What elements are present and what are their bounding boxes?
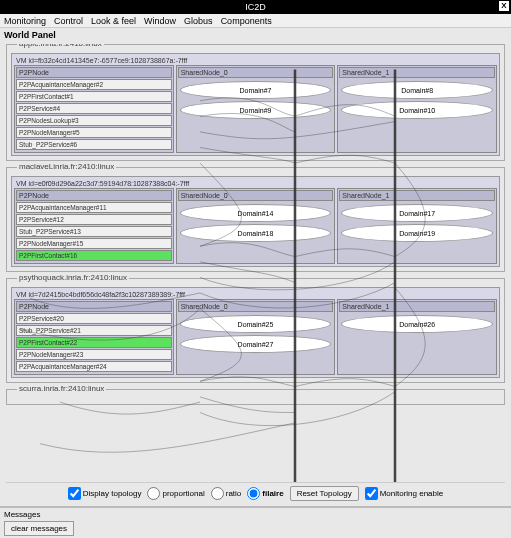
vm-id: VM id=fb32c4cd141345e7:-6577ce9:10287388… xyxy=(14,56,497,65)
domain-oval[interactable]: Domain#19 xyxy=(341,224,493,242)
menu-look-feel[interactable]: Look & feel xyxy=(91,16,136,26)
domain-oval[interactable]: Domain#27 xyxy=(180,335,332,353)
active-object[interactable]: P2PService#4 xyxy=(16,103,172,114)
active-object[interactable]: P2PService#20 xyxy=(16,313,172,324)
node-column[interactable]: SharedNode_0Domain#7Domain#9 xyxy=(176,65,336,153)
domain-oval[interactable]: Domain#17 xyxy=(341,204,493,222)
host-group[interactable]: scurra.inria.fr:2410:linux xyxy=(6,389,505,405)
vm-box: VM id=7d2415bc4bdf656dc48fa2f3c102873893… xyxy=(11,287,500,378)
vm-id: VM id=7d2415bc4bdf656dc48fa2f3c102873893… xyxy=(14,290,497,299)
node-column[interactable]: SharedNode_1Domain#8Domain#10 xyxy=(337,65,497,153)
host-title: scurra.inria.fr:2410:linux xyxy=(17,384,106,393)
vm-box: VM id=e0f09d296a22c3d7:59194d78:10287388… xyxy=(11,176,500,267)
node-column[interactable]: P2PNodeP2PService#20Stub_P2PService#21P2… xyxy=(14,299,174,375)
domain-oval[interactable]: Domain#26 xyxy=(341,315,493,333)
node-header: P2PNode xyxy=(16,67,172,78)
node-header: P2PNode xyxy=(16,301,172,312)
menubar: Monitoring Control Look & feel Window Gl… xyxy=(0,14,511,28)
active-object[interactable]: P2PNodeManager#5 xyxy=(16,127,172,138)
domain-oval[interactable]: Domain#7 xyxy=(180,81,332,99)
node-header: SharedNode_0 xyxy=(178,190,334,201)
node-header: P2PNode xyxy=(16,190,172,201)
domain-oval[interactable]: Domain#25 xyxy=(180,315,332,333)
active-object[interactable]: P2PAcquaintanceManager#11 xyxy=(16,202,172,213)
vm-box: VM id=fb32c4cd141345e7:-6577ce9:10287388… xyxy=(11,53,500,156)
menu-components[interactable]: Components xyxy=(221,16,272,26)
active-object[interactable]: P2PNodeManager#23 xyxy=(16,349,172,360)
nodes-row: P2PNodeP2PService#20Stub_P2PService#21P2… xyxy=(14,299,497,375)
display-topology-checkbox[interactable]: Display topology xyxy=(68,487,142,500)
host-title: maclaveLinria.fr:2410:linux xyxy=(17,162,116,171)
window-title: IC2D xyxy=(245,2,266,12)
active-object[interactable]: P2PFirstContact#16 xyxy=(16,250,172,261)
domain-oval[interactable]: Domain#10 xyxy=(341,101,493,119)
node-column[interactable]: P2PNodeP2PAcquaintanceManager#11P2PServi… xyxy=(14,188,174,264)
node-header: SharedNode_1 xyxy=(339,67,495,78)
node-column[interactable]: SharedNode_0Domain#25Domain#27 xyxy=(176,299,336,375)
active-object[interactable]: P2PFirstContact#1 xyxy=(16,91,172,102)
clear-messages-button[interactable]: clear messages xyxy=(4,521,74,536)
close-icon[interactable]: X xyxy=(499,1,509,11)
titlebar: IC2D X xyxy=(0,0,511,14)
node-header: SharedNode_0 xyxy=(178,67,334,78)
world-panel-label: World Panel xyxy=(4,30,56,40)
domain-oval[interactable]: Domain#14 xyxy=(180,204,332,222)
host-group[interactable]: psythoquack.inria.fr:2410:linuxVM id=7d2… xyxy=(6,278,505,383)
vm-id: VM id=e0f09d296a22c3d7:59194d78:10287388… xyxy=(14,179,497,188)
monitoring-enable-checkbox[interactable]: Monitoring enable xyxy=(365,487,444,500)
menu-control[interactable]: Control xyxy=(54,16,83,26)
active-object[interactable]: P2PAcquaintanceManager#24 xyxy=(16,361,172,372)
host-title: apple.inria.fr:2410:linux xyxy=(17,44,104,48)
panel-content[interactable]: apple.inria.fr:2410:linuxVM id=fb32c4cd1… xyxy=(6,44,505,478)
active-object[interactable]: Stub_P2PService#13 xyxy=(16,226,172,237)
domain-oval[interactable]: Domain#18 xyxy=(180,224,332,242)
nodes-row: P2PNodeP2PAcquaintanceManager#2P2PFirstC… xyxy=(14,65,497,153)
active-object[interactable]: P2PService#12 xyxy=(16,214,172,225)
messages-panel: Messages clear messages xyxy=(0,506,511,538)
domain-oval[interactable]: Domain#9 xyxy=(180,101,332,119)
controls-bar: Display topology proportional ratio fila… xyxy=(6,482,505,502)
domain-oval[interactable]: Domain#8 xyxy=(341,81,493,99)
menu-globus[interactable]: Globus xyxy=(184,16,213,26)
active-object[interactable]: Stub_P2PService#6 xyxy=(16,139,172,150)
menu-monitoring[interactable]: Monitoring xyxy=(4,16,46,26)
node-column[interactable]: P2PNodeP2PAcquaintanceManager#2P2PFirstC… xyxy=(14,65,174,153)
node-header: SharedNode_1 xyxy=(339,301,495,312)
node-column[interactable]: SharedNode_0Domain#14Domain#18 xyxy=(176,188,336,264)
ratio-radio[interactable]: ratio xyxy=(211,487,242,500)
node-column[interactable]: SharedNode_1Domain#17Domain#19 xyxy=(337,188,497,264)
host-group[interactable]: maclaveLinria.fr:2410:linuxVM id=e0f09d2… xyxy=(6,167,505,272)
node-header: SharedNode_1 xyxy=(339,190,495,201)
active-object[interactable]: P2PNodeManager#15 xyxy=(16,238,172,249)
node-column[interactable]: SharedNode_1Domain#26 xyxy=(337,299,497,375)
menu-window[interactable]: Window xyxy=(144,16,176,26)
host-title: psythoquack.inria.fr:2410:linux xyxy=(17,273,129,282)
active-object[interactable]: P2PNodesLookup#3 xyxy=(16,115,172,126)
active-object[interactable]: P2PAcquaintanceManager#2 xyxy=(16,79,172,90)
messages-label: Messages xyxy=(4,510,507,519)
world-panel: World Panel apple.inria.fr:2410:linuxVM … xyxy=(0,28,511,506)
host-group[interactable]: apple.inria.fr:2410:linuxVM id=fb32c4cd1… xyxy=(6,44,505,161)
reset-topology-button[interactable]: Reset Topology xyxy=(290,486,359,501)
proportional-radio[interactable]: proportional xyxy=(147,487,204,500)
node-header: SharedNode_0 xyxy=(178,301,334,312)
filaire-radio[interactable]: filaire xyxy=(247,487,283,500)
active-object[interactable]: P2PFirstContact#22 xyxy=(16,337,172,348)
nodes-row: P2PNodeP2PAcquaintanceManager#11P2PServi… xyxy=(14,188,497,264)
active-object[interactable]: Stub_P2PService#21 xyxy=(16,325,172,336)
